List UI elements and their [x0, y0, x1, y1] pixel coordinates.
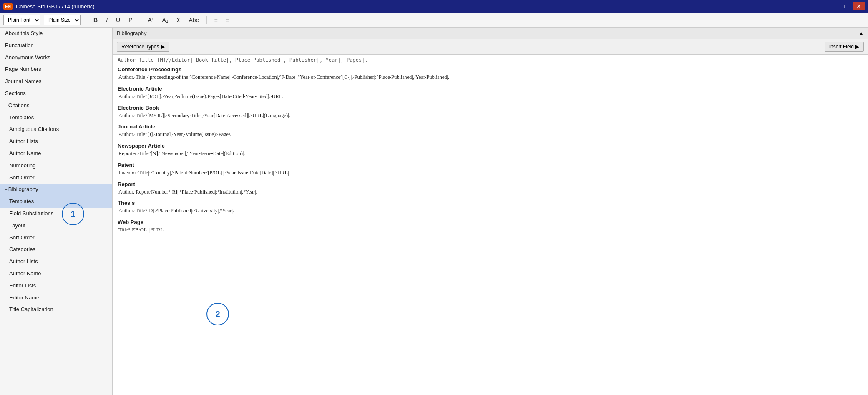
- content-toolbar: Reference Types ▶ Insert Field ▶: [113, 39, 868, 55]
- sidebar-item-sections[interactable]: Sections: [0, 88, 112, 100]
- italic-button[interactable]: I: [103, 16, 110, 24]
- sidebar-item-citations-numbering[interactable]: Numbering: [0, 160, 112, 172]
- abc-button[interactable]: Abc: [186, 16, 201, 24]
- sidebar-item-journal-names[interactable]: Journal Names: [0, 75, 112, 88]
- ref-type-label-electronic-article: Electronic Article: [118, 86, 863, 92]
- sidebar-item-anonymous[interactable]: Anonymous Works: [0, 52, 112, 64]
- sidebar-item-bibliography-editor-lists[interactable]: Editor Lists: [0, 280, 112, 292]
- sidebar-item-citations-author-name[interactable]: Author Name: [0, 148, 112, 160]
- title-bar: EN Chinese Std GBT7714 (numeric) — □ ✕: [0, 0, 868, 13]
- ref-type-label-journal-article: Journal Article: [118, 123, 863, 130]
- ref-entry-journal-article: Journal ArticleAuthor.·Title°[J].·Journa…: [118, 123, 863, 138]
- sidebar-item-citations-templates[interactable]: Templates: [0, 112, 112, 124]
- maximize-button[interactable]: □: [841, 2, 851, 10]
- sidebar-item-bibliography[interactable]: −Bibliography: [0, 184, 112, 196]
- sidebar-item-bibliography-layout[interactable]: Layout: [0, 220, 112, 232]
- ref-type-label-conference-proceedings: Conference Proceedings: [118, 66, 863, 73]
- sidebar-item-label-bibliography-sort-order: Sort Order: [9, 234, 35, 241]
- sidebar-item-label-sections: Sections: [5, 90, 26, 96]
- ref-template-report: Author,·Report·Number°[R]|.°Place·Publis…: [118, 188, 863, 196]
- ref-type-label-newspaper-article: Newspaper Article: [118, 143, 863, 149]
- ref-entry-electronic-article: Electronic ArticleAuthor.·Title°[J/OL].·…: [118, 86, 863, 101]
- title-bar-left: EN Chinese Std GBT7714 (numeric): [3, 3, 95, 10]
- sidebar-item-citations-sort-order[interactable]: Sort Order: [0, 172, 112, 184]
- ref-type-label-electronic-book: Electronic Book: [118, 105, 863, 111]
- ref-types-arrow-icon: ▶: [161, 44, 165, 50]
- ref-type-label-web-page: Web Page: [118, 219, 863, 225]
- sidebar: About this StylePunctuationAnonymous Wor…: [0, 28, 113, 395]
- sidebar-item-label-bibliography-title-cap: Title Capitalization: [9, 306, 53, 312]
- align-right-button[interactable]: ≡: [224, 16, 232, 24]
- ref-template-thesis: Author.·Title°[D].°Place·Published|:°Uni…: [118, 207, 863, 215]
- insert-field-arrow-icon: ▶: [855, 44, 859, 50]
- ref-entry-newspaper-article: Newspaper ArticleReporter.·Title°[N].°Ne…: [118, 143, 863, 158]
- sidebar-item-label-bibliography-field-subs: Field Substitutions: [9, 210, 53, 216]
- close-button[interactable]: ✕: [853, 2, 865, 10]
- sidebar-item-bibliography-templates[interactable]: Templates: [0, 196, 112, 208]
- sidebar-item-label-bibliography-author-lists: Author Lists: [9, 258, 38, 264]
- sidebar-item-citations-ambiguous[interactable]: Ambiguous Citations: [0, 123, 112, 136]
- insert-field-button[interactable]: Insert Field ▶: [825, 42, 864, 52]
- ref-type-label-thesis: Thesis: [118, 200, 863, 206]
- sidebar-item-page-numbers[interactable]: Page Numbers: [0, 63, 112, 75]
- ref-template-patent: Inventor.·Title|:°Country|,°Patent·Numbe…: [118, 169, 863, 177]
- sidebar-item-label-bibliography-editor-lists: Editor Lists: [9, 282, 36, 289]
- toolbar: Plain Font Plain Size B I U P A¹ A₁ Σ Ab…: [0, 13, 868, 28]
- sidebar-item-bibliography-editor-name[interactable]: Editor Name: [0, 292, 112, 304]
- toolbar-separator-3: [206, 16, 207, 24]
- ref-template-conference-proceedings: Author.·Title;·`proceedings·of·the·°Conf…: [118, 73, 863, 81]
- ref-entry-web-page: Web PageTitle°[EB/OL]|.°URL|.: [118, 219, 863, 234]
- content-header-collapse[interactable]: ▲: [859, 30, 864, 36]
- sidebar-item-label-citations-numbering: Numbering: [9, 162, 36, 169]
- ref-types-button[interactable]: Reference Types ▶: [117, 42, 169, 52]
- bold-button[interactable]: B: [91, 16, 100, 24]
- sidebar-item-label-citations-templates: Templates: [9, 114, 34, 121]
- sidebar-item-label-punctuation: Punctuation: [5, 42, 34, 48]
- sidebar-item-bibliography-categories[interactable]: Categories: [0, 244, 112, 256]
- ref-entry-conference-proceedings: Conference ProceedingsAuthor.·Title;·`pr…: [118, 66, 863, 81]
- sidebar-item-punctuation[interactable]: Punctuation: [0, 40, 112, 52]
- content-header: Bibliography ▲: [113, 28, 868, 39]
- sigma-button[interactable]: Σ: [174, 16, 183, 24]
- sidebar-item-bibliography-author-lists[interactable]: Author Lists: [0, 256, 112, 268]
- content-header-title: Bibliography: [117, 30, 147, 36]
- sidebar-item-label-page-numbers: Page Numbers: [5, 66, 41, 72]
- ref-template-newspaper-article: Reporter.·Title°[N].°Newspaper|,°Year-Is…: [118, 150, 863, 158]
- toolbar-separator-1: [86, 16, 86, 24]
- sidebar-item-label-citations-author-name: Author Name: [9, 150, 41, 156]
- window-controls: — □ ✕: [827, 2, 865, 10]
- ref-types-label: Reference Types: [121, 44, 159, 50]
- sidebar-item-about[interactable]: About this Style: [0, 28, 112, 40]
- underline-button[interactable]: U: [113, 16, 123, 24]
- plain-button[interactable]: P: [126, 16, 135, 24]
- ref-template-web-page: Title°[EB/OL]|.°URL|.: [118, 226, 863, 234]
- minimize-button[interactable]: —: [827, 2, 840, 10]
- content-area: Bibliography ▲ Reference Types ▶ Insert …: [113, 28, 868, 395]
- sidebar-item-bibliography-field-subs[interactable]: Field Substitutions: [0, 208, 112, 220]
- sidebar-item-citations[interactable]: −Citations: [0, 100, 112, 112]
- superscript-button[interactable]: A¹: [145, 16, 156, 24]
- sidebar-item-label-anonymous: Anonymous Works: [5, 54, 50, 60]
- sidebar-item-label-bibliography: Bibliography: [8, 186, 38, 192]
- ref-entry-patent: PatentInventor.·Title|:°Country|,°Patent…: [118, 162, 863, 177]
- sidebar-item-bibliography-title-cap[interactable]: Title Capitalization: [0, 304, 112, 316]
- ref-top-fade: Author·Title·[M]//Editor|·Book·Title|,·P…: [118, 55, 863, 66]
- ref-template-journal-article: Author.·Title°[J].·Journal,·Year,·Volume…: [118, 131, 863, 138]
- subscript-button[interactable]: A₁: [159, 16, 171, 24]
- collapse-icon-citations: −: [5, 103, 8, 109]
- sidebar-item-bibliography-sort-order[interactable]: Sort Order: [0, 232, 112, 244]
- sidebar-item-label-bibliography-templates: Templates: [9, 198, 34, 204]
- insert-field-label: Insert Field: [829, 44, 854, 50]
- ref-entry-report: ReportAuthor,·Report·Number°[R]|.°Place·…: [118, 181, 863, 196]
- ref-content[interactable]: Author·Title·[M]//Editor|·Book·Title|,·P…: [113, 55, 868, 395]
- font-select[interactable]: Plain Font: [3, 15, 40, 25]
- sidebar-item-citations-author-lists[interactable]: Author Lists: [0, 136, 112, 148]
- ref-type-label-patent: Patent: [118, 162, 863, 168]
- sidebar-item-label-bibliography-editor-name: Editor Name: [9, 294, 39, 301]
- app-icon: EN: [3, 3, 13, 10]
- sidebar-item-bibliography-author-name[interactable]: Author Name: [0, 268, 112, 280]
- align-left-button[interactable]: ≡: [212, 16, 220, 24]
- size-select[interactable]: Plain Size: [44, 15, 81, 25]
- toolbar-separator-2: [140, 16, 140, 24]
- sidebar-item-label-journal-names: Journal Names: [5, 78, 41, 84]
